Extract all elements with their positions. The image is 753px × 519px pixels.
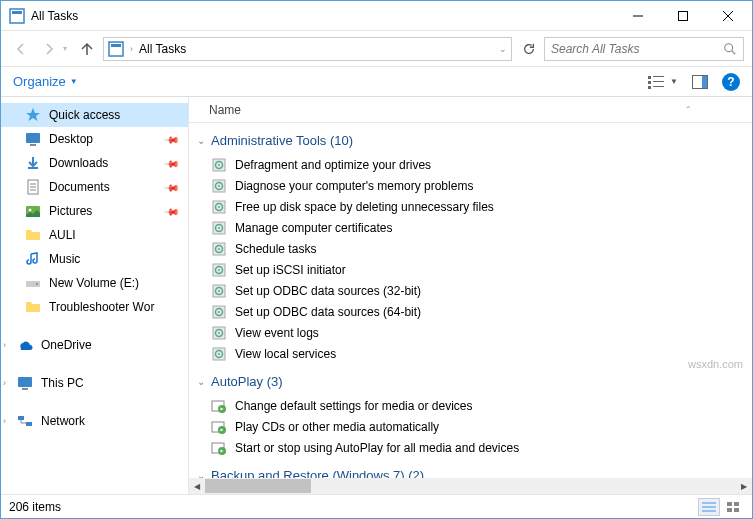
list-item[interactable]: Start or stop using AutoPlay for all med… [189,437,752,458]
sidebar-item-this-pc[interactable]: › This PC [1,371,188,395]
list-item[interactable]: Change default settings for media or dev… [189,395,752,416]
svg-rect-1 [12,11,22,14]
details-view-button[interactable] [698,498,720,516]
task-icon [211,398,227,414]
sidebar-item-label: This PC [41,376,84,390]
up-button[interactable] [75,37,99,61]
list-item[interactable]: Defragment and optimize your drives [189,154,752,175]
item-label: Set up ODBC data sources (32-bit) [235,284,421,298]
column-name[interactable]: Name [209,103,685,117]
sidebar-item-label: New Volume (E:) [49,276,139,290]
group-header[interactable]: ⌄Backup and Restore (Windows 7) (2) [189,462,752,478]
watermark: wsxdn.com [688,358,743,370]
group-header[interactable]: ⌄Administrative Tools (10) [189,127,752,154]
sidebar-item-quick-access[interactable]: Quick access [1,103,188,127]
window-icon [9,8,25,24]
sort-indicator-icon: ⌃ [685,105,692,114]
organize-button[interactable]: Organize ▼ [13,74,78,89]
pin-icon: 📌 [164,155,180,171]
list-item[interactable]: View event logs [189,322,752,343]
sidebar-item-music[interactable]: Music [1,247,188,271]
documents-icon [25,179,41,195]
scroll-left-icon[interactable]: ◀ [189,478,205,494]
list-item[interactable]: Set up iSCSI initiator [189,259,752,280]
back-button[interactable] [9,37,33,61]
breadcrumb-chevron-icon[interactable]: › [130,44,133,54]
sidebar-item-troubleshooter[interactable]: Troubleshooter Wor [1,295,188,319]
pin-icon: 📌 [164,179,180,195]
svg-point-46 [218,248,220,250]
task-icon [211,440,227,456]
sidebar-item-label: Troubleshooter Wor [49,300,154,314]
list-item[interactable]: Manage computer certificates [189,217,752,238]
task-list: ⌄Administrative Tools (10)Defragment and… [189,123,752,478]
svg-rect-10 [648,76,651,79]
scroll-thumb[interactable] [205,479,311,493]
svg-rect-11 [653,76,664,77]
pin-icon: 📌 [164,203,180,219]
list-item[interactable]: View local services [189,343,752,364]
svg-point-58 [218,332,220,334]
sidebar-item-pictures[interactable]: Pictures 📌 [1,199,188,223]
list-item[interactable]: Set up ODBC data sources (32-bit) [189,280,752,301]
help-button[interactable]: ? [722,73,740,91]
onedrive-icon [17,337,33,353]
refresh-button[interactable] [518,38,540,60]
list-item[interactable]: Set up ODBC data sources (64-bit) [189,301,752,322]
sidebar-item-desktop[interactable]: Desktop 📌 [1,127,188,151]
svg-point-49 [218,269,220,271]
svg-point-25 [29,209,32,212]
group-header[interactable]: ⌄AutoPlay (3) [189,368,752,395]
item-label: Schedule tasks [235,242,316,256]
preview-pane-button[interactable] [692,75,708,89]
list-item[interactable]: Schedule tasks [189,238,752,259]
item-count: 206 items [9,500,61,514]
minimize-button[interactable] [615,1,660,30]
history-dropdown-icon[interactable]: ▾ [63,44,67,53]
organize-label: Organize [13,74,66,89]
chevron-icon[interactable]: › [3,416,6,426]
list-item[interactable]: Play CDs or other media automatically [189,416,752,437]
sidebar-item-auli[interactable]: AULI [1,223,188,247]
this-pc-icon [17,375,33,391]
forward-button[interactable] [37,37,61,61]
task-icon [211,199,227,215]
task-icon [211,262,227,278]
view-options-button[interactable]: ▼ [648,74,678,90]
toolbar: Organize ▼ ▼ ? [1,67,752,97]
horizontal-scrollbar[interactable]: ◀ ▶ [189,478,752,494]
svg-rect-71 [727,502,732,506]
search-icon[interactable] [723,42,737,56]
close-button[interactable] [705,1,750,30]
svg-rect-3 [678,11,687,20]
task-icon [211,157,227,173]
chevron-icon[interactable]: › [3,378,6,388]
task-icon [211,304,227,320]
svg-rect-72 [734,502,739,506]
chevron-down-icon: ⌄ [197,376,205,387]
address-text: All Tasks [139,42,493,56]
list-item[interactable]: Free up disk space by deleting unnecessa… [189,196,752,217]
navigation-pane: Quick access Desktop 📌 Downloads 📌 Docum… [1,97,189,494]
item-label: Free up disk space by deleting unnecessa… [235,200,494,214]
svg-rect-7 [111,44,121,47]
sidebar-item-downloads[interactable]: Downloads 📌 [1,151,188,175]
search-input[interactable] [551,42,723,56]
chevron-down-icon: ⌄ [197,135,205,146]
scroll-right-icon[interactable]: ▶ [736,478,752,494]
list-item[interactable]: Diagnose your computer's memory problems [189,175,752,196]
downloads-icon [25,155,41,171]
search-bar[interactable] [544,37,744,61]
address-bar[interactable]: › All Tasks ⌄ [103,37,512,61]
task-icon [211,241,227,257]
sidebar-item-new-volume[interactable]: New Volume (E:) [1,271,188,295]
sidebar-item-network[interactable]: › Network [1,409,188,433]
maximize-button[interactable] [660,1,705,30]
address-dropdown-icon[interactable]: ⌄ [499,44,507,54]
sidebar-item-label: Documents [49,180,110,194]
item-label: View event logs [235,326,319,340]
large-icons-view-button[interactable] [722,498,744,516]
chevron-icon[interactable]: › [3,340,6,350]
sidebar-item-onedrive[interactable]: › OneDrive [1,333,188,357]
sidebar-item-documents[interactable]: Documents 📌 [1,175,188,199]
